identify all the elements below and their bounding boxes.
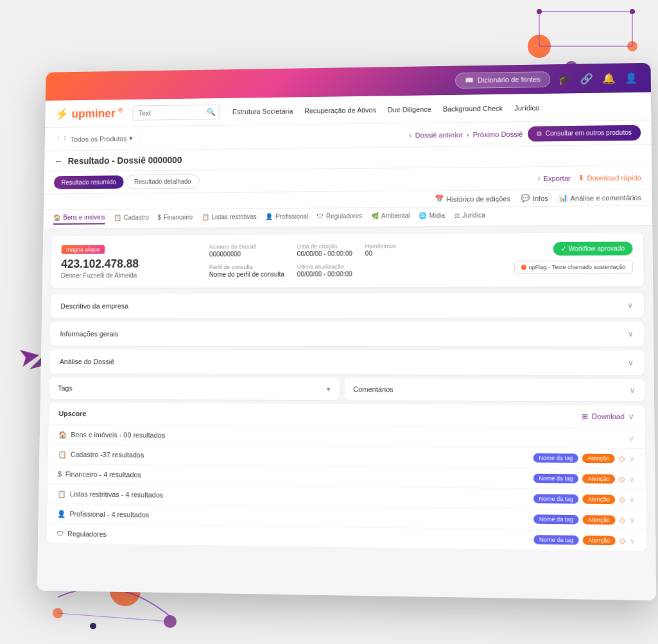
exportar-button[interactable]: ↑ Exportar — [537, 174, 571, 182]
listas-tags: Nome da tag Atenção ◇ ∨ — [533, 494, 635, 504]
accordion-info-gerais: Informações gerais ∨ — [50, 322, 645, 347]
dollar-icon: $ — [157, 214, 161, 221]
result-label-cadastro: 📋 Cadastro -37 resultados — [58, 450, 144, 459]
download-grid-icon: ⊞ — [582, 412, 587, 421]
tag-chip-cadastro: Nome da tag — [533, 453, 578, 463]
tab-reguladores[interactable]: 🛡 Reguladores — [317, 213, 362, 222]
tags-comentarios-row: Tags ▾ Comentários ∨ — [49, 378, 645, 402]
logo-text: ⚡ upminer ® — [55, 106, 123, 121]
atencao-chip-financeiro: Atenção — [582, 474, 615, 483]
diamond-icon-profissional: ◇ — [619, 516, 625, 525]
search-input[interactable] — [139, 108, 207, 116]
card-amount: 423.102.478.88 — [61, 257, 209, 270]
search-icon[interactable]: 🔍 — [207, 107, 216, 116]
bell-icon[interactable]: 🔔 — [602, 72, 616, 84]
infos-tab[interactable]: 💬 Infos — [521, 194, 548, 202]
upscore-section: Upscore ⊞ Download ∨ 🏠 Bens e imóveis - … — [47, 403, 646, 551]
tab-profissional[interactable]: 👤 Profissional — [265, 213, 308, 223]
dropdown-chevron-reguladores[interactable]: ∨ — [629, 536, 636, 546]
chevron-icon-2: ∨ — [628, 329, 634, 338]
dropdown-chevron-profissional[interactable]: ∨ — [629, 516, 636, 525]
card-top: magna aliqua 423.102.478.88 Denner Fuzne… — [61, 241, 633, 279]
tags-chevron-icon[interactable]: ▾ — [326, 385, 330, 394]
main-content: magna aliqua 423.102.478.88 Denner Fuzne… — [38, 226, 655, 551]
bens-icon: 🏠 — [58, 430, 67, 439]
analise-tab[interactable]: 📊 Análise e comentários — [558, 193, 641, 202]
tags-title: Tags — [58, 385, 73, 392]
nav-juridico[interactable]: Jurídico — [514, 103, 539, 111]
nav-background[interactable]: Background Check — [443, 104, 503, 112]
tab-bens-imoveis[interactable]: 🏠 Bens e imóveis — [53, 214, 105, 225]
historico-tab[interactable]: 📅 Histórico de edições — [435, 194, 510, 203]
cadastro-tags: Nome da tag Atenção ◇ ∨ — [533, 453, 635, 464]
share-icon[interactable]: 🔗 — [580, 73, 593, 85]
nav-due-diligence[interactable]: Due Diligence — [388, 105, 431, 114]
magna-tag: magna aliqua — [62, 245, 105, 254]
card-right: ✓ Workflow aprovado upFlag - Teste chama… — [514, 241, 633, 274]
field-group-dossie: Número do Dossiê 000000000 Perfil de con… — [209, 243, 284, 278]
accordion-info-gerais-header[interactable]: Informações gerais ∨ — [50, 322, 645, 347]
chevron-icon-3: ∨ — [628, 358, 634, 367]
tag-chip-profissional: Nome da tag — [534, 514, 579, 524]
tab-midia[interactable]: 🌐 Mídia — [419, 212, 446, 222]
consultar-button[interactable]: ⧉ Consultar em outros produtos — [528, 125, 641, 141]
book-icon: 📖 — [465, 76, 474, 84]
list-icon: 📋 — [202, 214, 209, 221]
reguladores-tags: Nome da tag Atenção ◇ ∨ — [534, 535, 636, 545]
download-rapido-button[interactable]: ⬇ Download rápido — [578, 173, 641, 182]
chevron-down-icon: ▾ — [129, 134, 133, 143]
result-tabs: Resultado resumido Resultado detalhado — [54, 174, 200, 189]
result-label-bens: 🏠 Bens e imóveis - 00 resultados — [58, 430, 165, 439]
globe-icon: 🌐 — [419, 212, 427, 219]
tags-panel-header: Tags ▾ — [49, 378, 339, 400]
clipboard-icon: 📋 — [114, 214, 121, 222]
tab-resumido[interactable]: Resultado resumido — [54, 175, 124, 189]
back-button[interactable]: ← — [54, 156, 63, 166]
dropdown-chevron-financeiro[interactable]: ∨ — [629, 474, 635, 484]
result-label-profissional: 👤 Profissional - 4 resultados — [57, 510, 149, 519]
result-label-listas: 📋 Listas restritivas - 4 resultados — [57, 490, 163, 500]
main-screen: 📖 Dicionário de fontes 🎓 🔗 🔔 👤 ⚡ upminer… — [37, 63, 656, 600]
accordion-descritivo-header[interactable]: Descritivo da empresa ∨ — [51, 293, 645, 318]
svg-point-11 — [164, 615, 177, 628]
graduation-icon[interactable]: 🎓 — [558, 73, 571, 85]
nav-estrutura[interactable]: Estrutura Societária — [232, 107, 293, 116]
nav-recuperacao[interactable]: Recuperação de Ativos — [304, 106, 376, 114]
svg-point-7 — [537, 9, 542, 14]
cadastro-icon: 📋 — [58, 450, 67, 458]
accordion-analise-header[interactable]: Análise do Dossiê ∨ — [49, 349, 645, 375]
user-icon[interactable]: 👤 — [625, 72, 638, 84]
dropdown-chevron-bens[interactable]: ∨ — [628, 433, 634, 442]
accordion-info-gerais-title: Informações gerais — [60, 330, 118, 338]
tab-cadastro[interactable]: 📋 Cadastro — [114, 214, 149, 223]
tab-financeiro[interactable]: $ Financeiro — [157, 214, 193, 223]
dossie-anterior-link[interactable]: Dossiê anterior — [415, 130, 463, 139]
shield-icon: 🛡 — [317, 213, 324, 220]
nav-links: Estrutura Societária Recuperação de Ativ… — [232, 103, 539, 115]
proximo-dossie-link[interactable]: Próximo Dossiê — [473, 130, 523, 138]
comentarios-chevron-icon[interactable]: ∨ — [629, 386, 635, 395]
tag-chip-reguladores: Nome da tag — [534, 535, 579, 544]
arrow-decoration: ➤ — [15, 338, 43, 373]
upscore-title: Upscore — [58, 410, 86, 417]
comentarios-panel-header: Comentários ∨ — [344, 378, 645, 401]
next-chevron-icon: › — [467, 130, 469, 138]
result-label-financeiro: $ Financeiro - 4 resultados — [58, 470, 141, 478]
dropdown-chevron-cadastro[interactable]: ∨ — [628, 454, 634, 463]
upscore-header: Upscore ⊞ Download ∨ — [49, 403, 645, 428]
download-button[interactable]: ⊞ Download — [582, 412, 624, 421]
todos-produtos-menu[interactable]: ⋮⋮ Todos os Produtos ▾ — [55, 134, 141, 143]
accordion-descritivo-title: Descritivo da empresa — [60, 302, 128, 310]
tab-ambiental[interactable]: 🌿 Ambiental — [371, 212, 410, 222]
upscore-chevron-icon[interactable]: ∨ — [628, 412, 634, 421]
dropdown-chevron-listas[interactable]: ∨ — [629, 495, 636, 505]
tab-juridica[interactable]: ⚖ Jurídica — [454, 212, 485, 222]
comentarios-title: Comentários — [353, 385, 394, 393]
accordion-analise-title: Análise do Dossiê — [60, 358, 114, 365]
tab-detalhado[interactable]: Resultado detalhado — [126, 174, 199, 189]
search-box[interactable]: 🔍 — [133, 104, 220, 120]
tab-listas[interactable]: 📋 Listas restritivas — [202, 213, 257, 223]
dictionary-button[interactable]: 📖 Dicionário de fontes — [455, 71, 550, 89]
upflag-dot — [521, 265, 526, 270]
ultima-atualizacao-field: Última atualização 00/00/00 - 00:00:00 — [297, 263, 352, 277]
